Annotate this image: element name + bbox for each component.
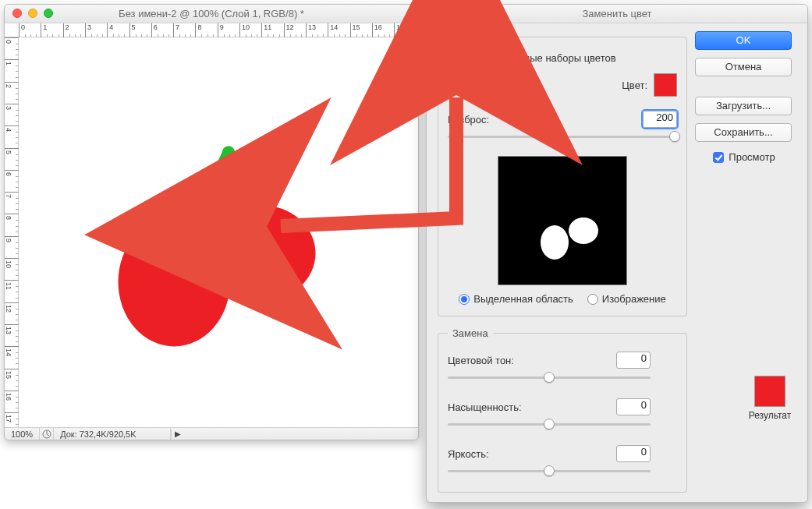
result-label: Результат — [746, 410, 793, 421]
status-bar: 100% Док: 732,4K/920,5K ▶ — [5, 427, 418, 440]
replace-legend: Замена — [448, 327, 493, 339]
replace-group: Замена Цветовой тон: 0 Насыщенность: 0 — [438, 327, 687, 493]
selection-group: Выделение Локализованные наборы цветов — [438, 31, 687, 316]
photoshop-document-window: Без имени-2 @ 100% (Слой 1, RGB/8) * 012… — [4, 4, 419, 440]
ok-button[interactable]: OK — [695, 31, 792, 50]
zoom-icon[interactable] — [44, 9, 53, 18]
eyedropper-plus-icon[interactable] — [468, 76, 487, 94]
selection-legend: Выделение — [448, 31, 511, 43]
ruler-horizontal[interactable]: 0123456789101112131415161718 — [5, 23, 418, 37]
fuzziness-label: Разброс: — [448, 114, 489, 125]
radio-selection[interactable]: Выделенная область — [459, 293, 573, 305]
localized-colors-checkbox[interactable] — [448, 53, 459, 64]
window-title: Без имени-2 @ 100% (Слой 1, RGB/8) * — [5, 8, 418, 19]
save-button[interactable]: Сохранить... — [695, 123, 792, 142]
saturation-input[interactable]: 0 — [616, 398, 651, 415]
radio-selection-label: Выделенная область — [473, 293, 573, 305]
hue-label: Цветовой тон: — [448, 355, 514, 366]
lightness-input[interactable]: 0 — [616, 445, 651, 462]
eyedropper-minus-icon[interactable] — [488, 76, 507, 94]
color-label: Цвет: — [622, 80, 647, 91]
result-color-swatch[interactable] — [754, 376, 785, 407]
load-button[interactable]: Загрузить... — [695, 97, 792, 115]
ruler-vertical[interactable]: 0123456789101112131415161718 — [5, 37, 19, 427]
radio-image[interactable]: Изображение — [587, 293, 666, 305]
dialog-title: Заменить цвет — [427, 8, 807, 19]
canvas[interactable] — [19, 37, 418, 427]
preview-checkbox[interactable] — [713, 152, 724, 163]
fuzziness-slider[interactable] — [448, 129, 677, 143]
hue-slider[interactable] — [448, 370, 651, 384]
eyedropper-group — [448, 76, 507, 94]
cancel-button[interactable]: Отмена — [695, 58, 792, 76]
selection-preview[interactable] — [498, 156, 627, 285]
sample-color-swatch[interactable] — [654, 73, 677, 97]
svg-point-1 — [207, 205, 315, 302]
lightness-slider[interactable] — [448, 464, 651, 478]
replace-color-dialog: Заменить цвет Выделение Локализованные н… — [426, 4, 808, 503]
radio-image-label: Изображение — [602, 293, 666, 305]
radio-image-input[interactable] — [587, 294, 598, 305]
localized-colors-row[interactable]: Локализованные наборы цветов — [448, 52, 677, 64]
close-icon[interactable] — [12, 9, 22, 18]
localized-colors-label: Локализованные наборы цветов — [463, 52, 616, 64]
radio-selection-input[interactable] — [459, 294, 470, 305]
hue-input[interactable]: 0 — [616, 352, 651, 369]
lightness-label: Яркость: — [448, 448, 489, 460]
saturation-label: Насыщенность: — [448, 401, 522, 413]
result-block: Результат — [746, 376, 793, 421]
minimize-icon[interactable] — [28, 9, 37, 18]
traffic-lights — [12, 9, 53, 18]
cherry-artwork — [19, 37, 418, 427]
preview-toggle[interactable]: Просмотр — [695, 151, 793, 163]
doc-size[interactable]: Док: 732,4K/920,5K — [54, 428, 171, 440]
saturation-slider[interactable] — [448, 417, 651, 431]
status-arrow-icon[interactable]: ▶ — [171, 429, 180, 439]
zoom-level[interactable]: 100% — [5, 428, 40, 440]
status-icon[interactable] — [40, 428, 54, 440]
window-titlebar[interactable]: Без имени-2 @ 100% (Слой 1, RGB/8) * — [5, 5, 418, 23]
preview-label: Просмотр — [729, 151, 775, 163]
fuzziness-input[interactable]: 200 — [643, 111, 677, 128]
eyedropper-icon[interactable] — [448, 76, 466, 94]
dialog-titlebar[interactable]: Заменить цвет — [427, 5, 807, 23]
